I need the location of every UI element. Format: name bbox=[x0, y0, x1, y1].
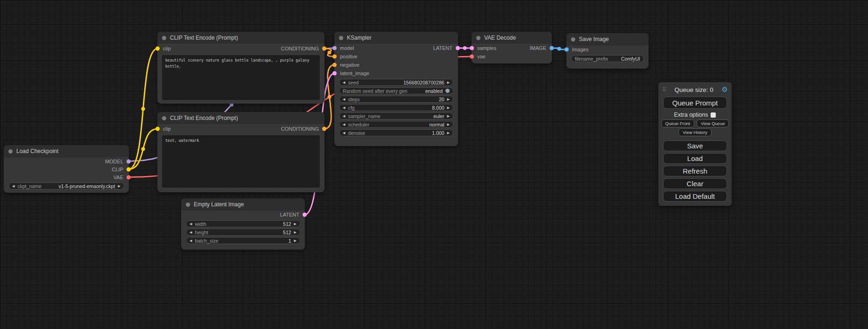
node-vae-decode[interactable]: VAE Decode samples IMAGE vae bbox=[472, 32, 552, 63]
node-title-bar[interactable]: CLIP Text Encode (Prompt) bbox=[157, 112, 325, 124]
node-title-bar[interactable]: Empty Latent Image bbox=[181, 198, 305, 210]
widget-batch-size[interactable]: ◀ batch_size 1 ▶ bbox=[186, 237, 300, 244]
node-title: CLIP Text Encode (Prompt) bbox=[170, 35, 238, 41]
queue-front-button[interactable]: Queue Front bbox=[661, 119, 694, 127]
output-slot-latent[interactable] bbox=[303, 213, 307, 217]
widget-label: ckpt_name bbox=[17, 183, 41, 189]
next-arrow-icon[interactable]: ▶ bbox=[118, 184, 120, 188]
node-collapse-dot-icon[interactable] bbox=[8, 149, 13, 154]
next-arrow-icon[interactable]: ▶ bbox=[447, 114, 450, 118]
save-button[interactable]: Save bbox=[663, 140, 727, 151]
node-clip-text-encode-positive[interactable]: CLIP Text Encode (Prompt) clip CONDITION… bbox=[157, 32, 325, 104]
clear-button[interactable]: Clear bbox=[663, 178, 727, 189]
increment-arrow-icon[interactable]: ▶ bbox=[294, 222, 296, 225]
input-slot-clip[interactable] bbox=[155, 127, 160, 131]
node-collapse-dot-icon[interactable] bbox=[476, 36, 480, 40]
output-slot-model[interactable] bbox=[127, 159, 131, 163]
decrement-arrow-icon[interactable]: ◀ bbox=[190, 222, 192, 225]
node-title: Load Checkpoint bbox=[16, 148, 58, 154]
decrement-arrow-icon[interactable]: ◀ bbox=[343, 81, 345, 84]
increment-arrow-icon[interactable]: ▶ bbox=[294, 231, 296, 234]
queue-prompt-button[interactable]: Queue Prompt bbox=[663, 97, 727, 109]
increment-arrow-icon[interactable]: ▶ bbox=[447, 98, 450, 101]
toggle-indicator-icon[interactable] bbox=[445, 89, 450, 93]
slot-row: LATENT bbox=[181, 210, 305, 219]
input-slot-positive[interactable] bbox=[332, 55, 337, 59]
widget-width[interactable]: ◀ width 512 ▶ bbox=[186, 220, 300, 227]
node-title-bar[interactable]: KSampler bbox=[334, 32, 458, 44]
prev-arrow-icon[interactable]: ◀ bbox=[343, 114, 345, 118]
node-title-bar[interactable]: Save Image bbox=[566, 33, 649, 45]
node-collapse-dot-icon[interactable] bbox=[162, 36, 166, 40]
next-arrow-icon[interactable]: ▶ bbox=[447, 123, 450, 126]
decrement-arrow-icon[interactable]: ◀ bbox=[190, 231, 192, 234]
widget-denoise[interactable]: ◀ denoise 1.000 ▶ bbox=[339, 129, 453, 136]
widget-scheduler[interactable]: ◀ scheduler normal ▶ bbox=[339, 121, 453, 128]
refresh-button[interactable]: Refresh bbox=[663, 166, 727, 176]
history-row: View History bbox=[658, 128, 732, 136]
widget-cfg[interactable]: ◀ cfg 8.000 ▶ bbox=[339, 104, 453, 111]
node-title-bar[interactable]: VAE Decode bbox=[472, 32, 552, 44]
node-save-image[interactable]: Save Image images filename_prefix ComfyU… bbox=[566, 33, 649, 69]
output-slot-conditioning[interactable] bbox=[322, 47, 326, 51]
node-collapse-dot-icon[interactable] bbox=[186, 203, 190, 207]
node-collapse-dot-icon[interactable] bbox=[339, 36, 343, 40]
increment-arrow-icon[interactable]: ▶ bbox=[294, 239, 296, 242]
view-queue-button[interactable]: View Queue bbox=[697, 119, 729, 127]
settings-gear-icon[interactable]: ⚙ bbox=[722, 85, 728, 94]
drag-handle-icon[interactable]: ⠿ bbox=[662, 86, 666, 93]
node-collapse-dot-icon[interactable] bbox=[162, 116, 166, 120]
output-slot-latent[interactable] bbox=[456, 46, 460, 50]
widget-value: v1-5-pruned-emaonly.ckpt bbox=[58, 183, 115, 189]
negative-prompt-textarea[interactable]: text, watermark bbox=[162, 135, 320, 188]
view-history-button[interactable]: View History bbox=[678, 128, 712, 136]
node-clip-text-encode-negative[interactable]: CLIP Text Encode (Prompt) clip CONDITION… bbox=[157, 112, 325, 192]
input-slot-images[interactable] bbox=[565, 48, 569, 52]
node-collapse-dot-icon[interactable] bbox=[571, 37, 575, 42]
increment-arrow-icon[interactable]: ▶ bbox=[447, 131, 450, 134]
input-slot-negative[interactable] bbox=[332, 63, 337, 67]
input-slot-latent-image[interactable] bbox=[332, 71, 337, 76]
queue-actions-row: Queue Front View Queue bbox=[658, 119, 732, 127]
node-empty-latent-image[interactable]: Empty Latent Image LATENT ◀ width 512 ▶ … bbox=[181, 198, 305, 250]
decrement-arrow-icon[interactable]: ◀ bbox=[343, 106, 345, 109]
input-label-clip: clip bbox=[163, 46, 171, 51]
output-slot-conditioning[interactable] bbox=[322, 127, 326, 131]
input-slot-samples[interactable] bbox=[470, 46, 474, 50]
output-slot-clip[interactable] bbox=[127, 167, 131, 171]
node-title: Save Image bbox=[579, 36, 609, 42]
widget-random-seed-toggle[interactable]: Random seed after every gen enabled bbox=[339, 87, 453, 94]
decrement-arrow-icon[interactable]: ◀ bbox=[343, 131, 345, 134]
node-load-checkpoint[interactable]: Load Checkpoint MODEL CLIP VAE ◀ ckpt_na… bbox=[4, 145, 129, 193]
prev-arrow-icon[interactable]: ◀ bbox=[343, 123, 345, 126]
widget-seed[interactable]: ◀ seed 156680208700286 ▶ bbox=[339, 79, 453, 86]
widget-value: 512 bbox=[283, 230, 291, 235]
node-title: Empty Latent Image bbox=[194, 201, 244, 208]
widget-ckpt-name[interactable]: ◀ ckpt_name v1-5-pruned-emaonly.ckpt ▶ bbox=[8, 182, 124, 189]
output-slot-vae[interactable] bbox=[127, 175, 131, 179]
load-button[interactable]: Load bbox=[663, 153, 727, 164]
increment-arrow-icon[interactable]: ▶ bbox=[447, 81, 450, 84]
decrement-arrow-icon[interactable]: ◀ bbox=[190, 239, 192, 242]
node-title-bar[interactable]: Load Checkpoint bbox=[4, 145, 129, 157]
extra-options-checkbox[interactable] bbox=[711, 112, 716, 118]
load-default-button[interactable]: Load Default bbox=[663, 191, 727, 202]
widget-sampler-name[interactable]: ◀ sampler_name euler ▶ bbox=[339, 112, 453, 119]
widget-steps[interactable]: ◀ steps 20 ▶ bbox=[339, 96, 453, 103]
positive-prompt-textarea[interactable]: beautiful scenery nature glass bottle la… bbox=[162, 55, 320, 100]
widget-value: enabled bbox=[425, 88, 443, 94]
input-slot-vae[interactable] bbox=[470, 55, 474, 59]
node-graph-canvas[interactable]: Load Checkpoint MODEL CLIP VAE ◀ ckpt_na… bbox=[0, 0, 868, 329]
node-title-bar[interactable]: CLIP Text Encode (Prompt) bbox=[157, 32, 325, 44]
extra-options-row: Extra options bbox=[658, 112, 732, 118]
widget-height[interactable]: ◀ height 512 ▶ bbox=[186, 229, 300, 236]
output-slot-image[interactable] bbox=[550, 46, 554, 50]
input-slot-model[interactable] bbox=[332, 46, 337, 50]
input-slot-clip[interactable] bbox=[155, 47, 160, 51]
node-ksampler[interactable]: KSampler model LATENT positive negative … bbox=[334, 32, 458, 146]
decrement-arrow-icon[interactable]: ◀ bbox=[343, 98, 345, 101]
prev-arrow-icon[interactable]: ◀ bbox=[12, 184, 14, 188]
widget-label: steps bbox=[348, 97, 360, 102]
widget-filename-prefix[interactable]: filename_prefix ComfyUI bbox=[571, 55, 644, 62]
increment-arrow-icon[interactable]: ▶ bbox=[447, 106, 450, 109]
